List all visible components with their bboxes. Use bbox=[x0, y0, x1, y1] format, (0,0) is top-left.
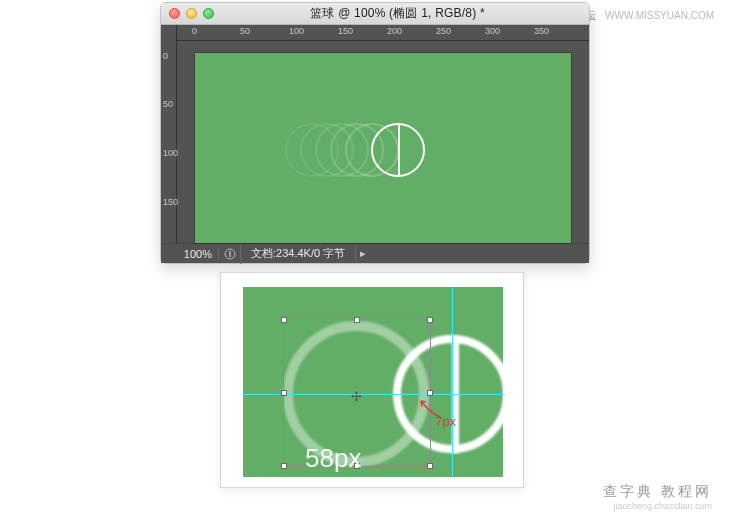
ruler-tick: 100 bbox=[163, 148, 178, 158]
ruler-tick: 100 bbox=[289, 26, 304, 36]
ruler-origin[interactable] bbox=[161, 25, 177, 41]
ruler-tick: 300 bbox=[485, 26, 500, 36]
ruler-h-ticks: 0 50 100 150 200 250 300 350 bbox=[177, 25, 589, 40]
ruler-tick: 50 bbox=[240, 26, 250, 36]
detail-circle-divider bbox=[452, 337, 459, 453]
ruler-tick: 150 bbox=[163, 197, 178, 207]
titlebar[interactable]: 篮球 @ 100% (椭圆 1, RGB/8) * bbox=[161, 3, 589, 25]
window-controls bbox=[169, 8, 214, 19]
canvas-viewport[interactable] bbox=[177, 41, 589, 243]
watermark-bottom: 查字典 教程网 jiaocheng.chazidian.com bbox=[603, 483, 712, 511]
status-docsize[interactable]: 文档:234.4K/0 字节 bbox=[241, 246, 356, 261]
workspace: 0 50 100 150 200 250 300 350 0 50 100 15… bbox=[161, 25, 589, 263]
minimize-icon[interactable] bbox=[186, 8, 197, 19]
transform-handle[interactable] bbox=[281, 390, 287, 396]
document-canvas[interactable] bbox=[195, 53, 571, 243]
annotation-size-label: 58px bbox=[305, 443, 361, 474]
guide-vertical[interactable] bbox=[452, 287, 453, 477]
detail-panel: ✢ 7px 58px bbox=[220, 272, 524, 488]
status-info-icon[interactable] bbox=[219, 244, 241, 264]
ruler-tick: 350 bbox=[534, 26, 549, 36]
document-title: 篮球 @ 100% (椭圆 1, RGB/8) * bbox=[214, 5, 581, 22]
photoshop-document-window: 篮球 @ 100% (椭圆 1, RGB/8) * 0 50 100 150 2… bbox=[160, 2, 590, 264]
transform-handle[interactable] bbox=[281, 317, 287, 323]
watermark-top-url: WWW.MISSYUAN.COM bbox=[605, 10, 714, 21]
annotation-gap-label: 7px bbox=[435, 414, 456, 429]
zoom-icon[interactable] bbox=[203, 8, 214, 19]
ruler-tick: 50 bbox=[163, 99, 173, 109]
ruler-tick: 0 bbox=[192, 26, 197, 36]
ruler-tick: 200 bbox=[387, 26, 402, 36]
transform-anchor-icon[interactable]: ✢ bbox=[351, 389, 362, 404]
transform-handle[interactable] bbox=[281, 463, 287, 469]
transform-handle[interactable] bbox=[427, 317, 433, 323]
transform-handle[interactable] bbox=[427, 463, 433, 469]
watermark-bottom-url: jiaocheng.chazidian.com bbox=[603, 501, 712, 511]
ruler-tick: 150 bbox=[338, 26, 353, 36]
status-bar: 100% 文档:234.4K/0 字节 ▸ bbox=[161, 243, 589, 263]
watermark-bottom-title: 查字典 教程网 bbox=[603, 483, 712, 501]
ruler-vertical[interactable]: 0 50 100 150 bbox=[161, 41, 177, 243]
transform-handle[interactable] bbox=[354, 317, 360, 323]
detail-canvas: ✢ 7px 58px bbox=[243, 287, 503, 477]
close-icon[interactable] bbox=[169, 8, 180, 19]
svg-rect-1 bbox=[229, 251, 230, 257]
ruler-tick: 0 bbox=[163, 51, 168, 61]
status-zoom[interactable]: 100% bbox=[161, 248, 219, 260]
ellipse-divider bbox=[398, 123, 400, 177]
ruler-tick: 250 bbox=[436, 26, 451, 36]
status-flyout-icon[interactable]: ▸ bbox=[356, 247, 372, 260]
ruler-horizontal[interactable]: 0 50 100 150 200 250 300 350 bbox=[161, 25, 589, 41]
transform-handle[interactable] bbox=[427, 390, 433, 396]
